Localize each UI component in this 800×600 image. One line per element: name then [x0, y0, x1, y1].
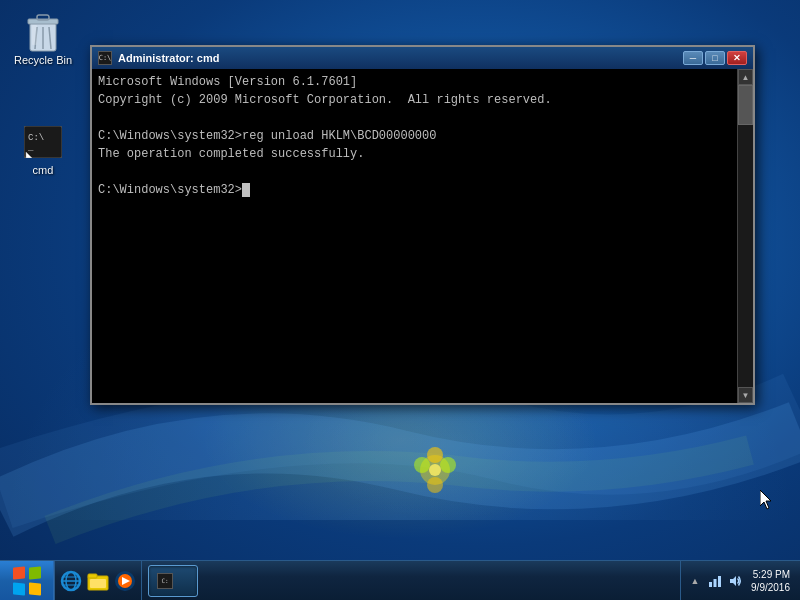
cmd-image: C:\ _	[23, 122, 63, 162]
system-tray: ▲ 5:29 PM 9/9/2016	[680, 561, 800, 600]
win-logo-red	[13, 566, 25, 579]
ie-quicklaunch-icon[interactable]	[59, 569, 83, 593]
svg-rect-24	[88, 574, 97, 578]
cursor	[242, 183, 250, 197]
mediaplayer-quicklaunch-icon[interactable]	[113, 569, 137, 593]
tray-volume-icon[interactable]	[727, 573, 743, 589]
tray-network-icon[interactable]	[707, 573, 723, 589]
svg-rect-25	[90, 579, 106, 588]
win-logo-green	[29, 566, 41, 579]
cmd-titlebar: C:\ Administrator: cmd ─ □ ✕	[92, 47, 753, 69]
cmd-line-7: C:\Windows\system32>	[98, 181, 731, 199]
svg-rect-30	[714, 579, 717, 587]
maximize-button[interactable]: □	[705, 51, 725, 65]
cmd-line-6	[98, 163, 731, 181]
cmd-shortcut-label: cmd	[33, 164, 54, 177]
quick-launch	[54, 561, 142, 600]
cmd-line-3	[98, 109, 731, 127]
scroll-thumb[interactable]	[738, 85, 753, 125]
svg-text:_: _	[27, 143, 34, 153]
cmd-title-text: Administrator: cmd	[118, 52, 683, 64]
svg-point-2	[440, 457, 456, 473]
scroll-track	[738, 85, 753, 387]
svg-point-3	[414, 457, 430, 473]
taskbar-cmd-icon: C:	[157, 573, 173, 589]
svg-point-0	[420, 455, 450, 485]
windows-logo	[13, 567, 41, 595]
explorer-quicklaunch-icon[interactable]	[86, 569, 110, 593]
taskbar: C: ▲	[0, 560, 800, 600]
svg-point-4	[427, 477, 443, 493]
tray-show-icons-button[interactable]: ▲	[687, 573, 703, 589]
cmd-line-2: Copyright (c) 2009 Microsoft Corporation…	[98, 91, 731, 109]
svg-rect-11	[37, 15, 49, 20]
recycle-bin-icon[interactable]: Recycle Bin	[8, 8, 78, 71]
scroll-down-btn[interactable]: ▼	[738, 387, 753, 403]
svg-rect-12	[32, 25, 37, 45]
cmd-line-5: The operation completed successfully.	[98, 145, 731, 163]
scroll-up-btn[interactable]: ▲	[738, 69, 753, 85]
cmd-window[interactable]: C:\ Administrator: cmd ─ □ ✕ Microsoft W…	[90, 45, 755, 405]
clock-time: 5:29 PM	[753, 568, 790, 581]
clock[interactable]: 5:29 PM 9/9/2016	[747, 568, 794, 594]
start-button[interactable]	[0, 561, 54, 601]
win-logo-blue	[13, 582, 25, 595]
recycle-bin-image	[23, 12, 63, 52]
win-logo-yellow	[29, 582, 41, 595]
cmd-line-4: C:\Windows\system32>reg unload HKLM\BCD0…	[98, 127, 731, 145]
taskbar-items: C:	[142, 561, 680, 600]
svg-marker-32	[730, 576, 736, 586]
svg-rect-29	[709, 582, 712, 587]
clock-date: 9/9/2016	[751, 581, 790, 594]
close-button[interactable]: ✕	[727, 51, 747, 65]
recycle-bin-label: Recycle Bin	[14, 54, 72, 67]
cmd-content: Microsoft Windows [Version 6.1.7601] Cop…	[92, 69, 753, 403]
svg-rect-31	[718, 576, 721, 587]
cmd-scrollbar[interactable]: ▲ ▼	[737, 69, 753, 403]
window-controls: ─ □ ✕	[683, 51, 747, 65]
svg-text:C:\: C:\	[28, 133, 44, 143]
cmd-body[interactable]: Microsoft Windows [Version 6.1.7601] Cop…	[92, 69, 737, 403]
desktop: Recycle Bin C:\ _ cmd C:\ Administrator:…	[0, 0, 800, 600]
svg-point-1	[427, 447, 443, 463]
mouse-cursor	[760, 490, 774, 514]
cmd-line-1: Microsoft Windows [Version 6.1.7601]	[98, 73, 731, 91]
cmd-title-icon: C:\	[98, 51, 112, 65]
minimize-button[interactable]: ─	[683, 51, 703, 65]
svg-point-5	[429, 464, 441, 476]
taskbar-cmd-button[interactable]: C:	[148, 565, 198, 597]
cmd-shortcut-icon[interactable]: C:\ _ cmd	[8, 118, 78, 181]
svg-marker-17	[760, 490, 771, 509]
